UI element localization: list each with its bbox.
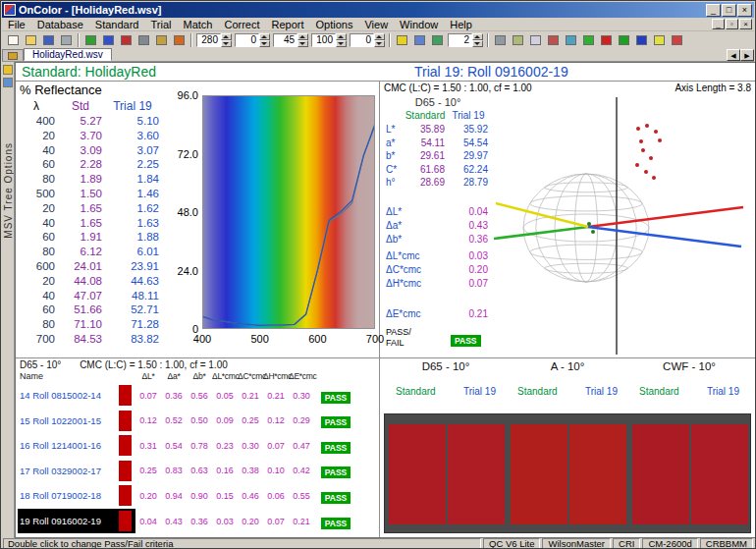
trials-header[interactable]: D65 - 10° CMC (L:C) = 1.50 : 1.00, cf = … [20, 359, 228, 370]
mdi-window-controls: _▫× [712, 19, 754, 29]
save-file-button[interactable] [40, 32, 57, 48]
menu-standard[interactable]: Standard [89, 19, 145, 30]
menu-file[interactable]: File [2, 19, 31, 30]
title-bar[interactable]: OnColor - [HolidayRed.wsv] _□× [2, 2, 754, 18]
tree-icon[interactable] [3, 65, 13, 75]
standard-point [591, 230, 595, 234]
trial-delta-value: 0.06 [263, 491, 289, 501]
maximize-button[interactable]: □ [722, 4, 736, 17]
trial-name: 17 Roll 0329002-17 [18, 459, 114, 483]
offset-spinner-down-icon[interactable] [259, 40, 270, 47]
color-patch-button[interactable] [118, 32, 135, 48]
side-panel-label[interactable]: MSV Tree Options [3, 142, 14, 239]
trial-row[interactable]: 17 Roll 0329002-170.250.830.630.160.380.… [18, 459, 359, 483]
print-button[interactable] [58, 32, 75, 48]
axis-length-spinner-down-icon[interactable] [472, 40, 483, 47]
tab-scroll-right-icon[interactable]: ▶ [740, 49, 754, 61]
tilt-spinner-down-icon[interactable] [297, 40, 308, 47]
zoom-spinner-up-icon[interactable] [336, 33, 347, 40]
trial-row[interactable]: 14 Roll 0815002-140.070.360.560.050.210.… [18, 383, 359, 408]
spectrophotometer-button[interactable] [135, 32, 152, 48]
trial-reflectance-value: 3.60 [106, 130, 159, 141]
menu-database[interactable]: Database [31, 19, 89, 30]
flag-blue-button[interactable] [633, 32, 650, 48]
angle-spinner-up-icon[interactable] [221, 33, 232, 40]
help-button[interactable] [651, 32, 668, 48]
trial-delta-value: 0.07 [263, 517, 289, 526]
menu-report[interactable]: Report [266, 19, 310, 30]
column-lcmc: ΔL*cmc [212, 371, 238, 381]
side-panel-strip: MSV Tree Options [2, 62, 15, 538]
angle-spinner-value[interactable]: 280 [196, 33, 221, 47]
menu-options[interactable]: Options [310, 19, 359, 30]
tolerance-ellipsoid-plot[interactable] [494, 95, 753, 357]
reflectance-row: 70084.5383.82 [16, 333, 163, 347]
mdi-restore-button[interactable]: ▫ [726, 19, 738, 29]
axes-toggle-button[interactable] [429, 32, 446, 48]
trial-row[interactable]: 18 Roll 0719002-180.200.940.900.150.460.… [18, 483, 359, 508]
y-tick-label: 72.0 [161, 148, 198, 160]
trial-delta-value: 0.38 [238, 466, 263, 475]
mdi-minimize-button[interactable]: _ [712, 19, 725, 29]
tilt-spinner: 45 [273, 33, 308, 47]
axes-toggle-icon [432, 35, 443, 45]
options-icon[interactable] [3, 78, 13, 87]
bar-chart-view-button[interactable] [545, 32, 562, 48]
close-button[interactable]: × [737, 4, 752, 17]
tilt-spinner-value[interactable]: 45 [273, 33, 297, 47]
flag-green-button[interactable] [616, 32, 632, 48]
close-view-button[interactable] [669, 32, 685, 48]
axis-length-spinner-up-icon[interactable] [472, 33, 483, 40]
tab-scroll-left-icon[interactable]: ◀ [727, 49, 740, 61]
trial-point [636, 127, 640, 131]
table-view-button[interactable] [510, 32, 526, 48]
new-document-button[interactable] [5, 32, 22, 48]
minus-a-axis [494, 227, 588, 239]
trial-name: 14 Roll 0815002-14 [18, 383, 114, 408]
chart-view-button[interactable] [527, 32, 544, 48]
trial-row[interactable]: 19 Roll 0916002-190.040.430.360.030.200.… [18, 509, 359, 533]
open-file-button[interactable] [23, 32, 39, 48]
menu-view[interactable]: View [358, 19, 394, 30]
grid-view-button[interactable] [492, 32, 509, 48]
chart-mini-tab[interactable] [2, 49, 24, 61]
trend-chart-view-button[interactable] [563, 32, 579, 48]
axis-length-spinner-value[interactable]: 2 [448, 33, 472, 47]
measure-trial-button[interactable] [100, 32, 117, 48]
tab-holidayred[interactable]: HolidayRed.wsv [24, 48, 112, 61]
mdi-close-button[interactable]: × [739, 19, 752, 29]
pass-fail-view-button[interactable] [580, 32, 597, 48]
cmc-delta-value: 0.07 [449, 278, 488, 289]
color-attribute-row: C*61.6862.24 [380, 164, 498, 177]
app-icon [4, 4, 16, 16]
offset-spinner-value[interactable]: 0 [235, 33, 259, 47]
menu-trial[interactable]: Trial [144, 19, 177, 30]
trial-delta-value: 0.31 [135, 441, 161, 451]
offset-spinner-up-icon[interactable] [259, 33, 270, 40]
trial-reflectance-value: 71.28 [106, 318, 159, 330]
angle-spinner-down-icon[interactable] [221, 40, 232, 47]
rotation-spinner-up-icon[interactable] [374, 33, 385, 40]
trial-color-bar-cell [114, 509, 135, 533]
menu-correct[interactable]: Correct [218, 19, 265, 30]
rotation-spinner-value[interactable]: 0 [350, 33, 374, 47]
trial-delta-value: 0.43 [161, 517, 187, 526]
observer-button[interactable] [411, 32, 428, 48]
minimize-button[interactable]: _ [706, 4, 721, 17]
menu-window[interactable]: Window [394, 19, 444, 30]
rotation-spinner-down-icon[interactable] [374, 40, 385, 47]
tolerance-button[interactable] [153, 32, 170, 48]
palette-button[interactable] [171, 32, 188, 48]
tilt-spinner-up-icon[interactable] [297, 33, 308, 40]
trial-row[interactable]: 16 Roll 1214001-160.310.540.780.230.300.… [18, 433, 359, 458]
trial-row[interactable]: 15 Roll 1022001-150.120.520.500.090.250.… [18, 409, 359, 433]
flag-red-button[interactable] [598, 32, 615, 48]
standard-reflectance-value: 84.53 [59, 333, 102, 345]
illuminant-button[interactable] [394, 32, 410, 48]
trial-point [641, 148, 645, 152]
zoom-spinner-value[interactable]: 100 [311, 33, 336, 47]
zoom-spinner-down-icon[interactable] [336, 40, 347, 47]
measure-standard-button[interactable] [82, 32, 99, 48]
menu-help[interactable]: Help [444, 19, 478, 30]
menu-match[interactable]: Match [177, 19, 218, 30]
